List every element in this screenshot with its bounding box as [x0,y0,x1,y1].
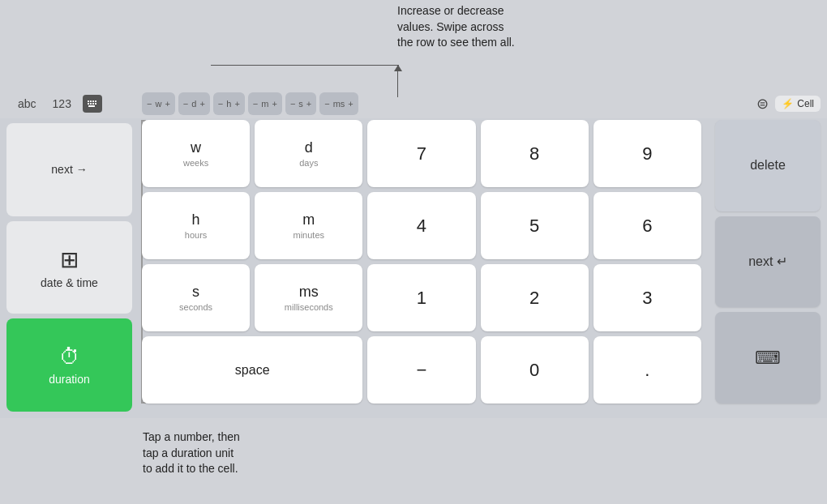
duration-label: duration [49,373,90,386]
svg-rect-4 [95,100,96,102]
unit-ctrl-d-minus[interactable]: − [183,99,188,109]
svg-rect-3 [92,100,94,102]
delete-key[interactable]: delete [715,120,821,211]
unit-ctrl-m[interactable]: − m + [248,92,282,115]
key-s[interactable]: s seconds [142,264,250,331]
unit-ctrl-ms-plus[interactable]: + [348,99,353,109]
key-8[interactable]: 8 [481,120,589,187]
key-6[interactable]: 6 [593,192,701,259]
svg-rect-8 [95,103,96,105]
unit-ctrl-ms[interactable]: − ms + [319,92,358,115]
unit-ctrl-ms-minus[interactable]: − [324,99,329,109]
datetime-icon: ⊞ [60,246,79,273]
key-1[interactable]: 1 [367,264,475,331]
unit-ctrl-h[interactable]: − h + [213,92,245,115]
unit-ctrl-s-plus[interactable]: + [306,99,311,109]
unit-ctrl-m-plus[interactable]: + [272,99,276,109]
key-4[interactable]: 4 [367,192,475,259]
next-label: next → [51,163,87,176]
unit-ctrl-w-minus[interactable]: − [147,99,152,109]
unit-ctrl-d[interactable]: − d + [178,92,210,115]
svg-rect-9 [88,105,95,107]
svg-rect-7 [92,103,94,105]
key-w[interactable]: w weeks [142,120,250,187]
unit-ctrl-d-label: d [191,99,196,109]
unit-ctrl-ms-label: ms [333,99,345,109]
circle-icon-button[interactable]: ⊜ [756,95,769,113]
lightning-icon: ⚡ [782,98,794,109]
right-controls-bar: ⊜ ⚡ Cell [756,89,821,118]
keyboard-hide-key[interactable]: ⌨ [715,312,821,404]
unit-controls-bar: − w + − d + − h + − m + − s + − ms + [142,89,701,118]
tooltip-top-text: Increase or decrease values. Swipe acros… [397,4,515,49]
next-return-key[interactable]: next ↵ [715,216,821,308]
next-button[interactable]: next → [6,123,132,216]
svg-rect-5 [88,103,89,105]
key-space[interactable]: space [142,336,362,404]
key-7[interactable]: 7 [367,120,475,187]
unit-ctrl-s-minus[interactable]: − [290,99,295,109]
abc-mode-button[interactable]: abc [13,94,41,113]
keyboard-icon: ⌨ [755,348,781,369]
num-mode-button[interactable]: 123 [48,94,76,113]
unit-ctrl-m-minus[interactable]: − [253,99,258,109]
key-9[interactable]: 9 [593,120,701,187]
key-3[interactable]: 3 [593,264,701,331]
unit-ctrl-d-plus[interactable]: + [199,99,204,109]
tooltip-bottom: Tap a number, then tap a duration unit t… [143,429,313,477]
mode-bar: abc 123 [6,89,136,118]
cell-button[interactable]: ⚡ Cell [775,96,821,112]
unit-ctrl-w-label: w [155,99,161,109]
key-m[interactable]: m minutes [255,192,362,259]
unit-ctrl-w-plus[interactable]: + [165,99,169,109]
svg-rect-1 [88,100,89,102]
unit-ctrl-m-label: m [261,99,268,109]
tooltip-bottom-text: Tap a number, then tap a duration unit t… [143,430,240,475]
unit-ctrl-h-label: h [226,99,231,109]
duration-button[interactable]: ⏱ duration [6,318,132,412]
key-dot[interactable]: . [593,336,701,404]
action-keys: delete next ↵ ⌨ [715,120,821,404]
key-2[interactable]: 2 [481,264,589,331]
keyboard-mode-icon[interactable] [83,95,102,113]
key-minus[interactable]: − [367,336,475,404]
sidebar: next → ⊞ date & time ⏱ duration [6,123,132,412]
unit-ctrl-w[interactable]: − w + [142,92,175,115]
key-d[interactable]: d days [255,120,362,187]
duration-icon: ⏱ [59,344,80,369]
datetime-button[interactable]: ⊞ date & time [6,221,132,314]
unit-ctrl-s[interactable]: − s + [285,92,316,115]
key-5[interactable]: 5 [481,192,589,259]
tooltip-top: Increase or decrease values. Swipe acros… [397,3,657,51]
keyboard-main: w weeks d days 7 8 9 h hours m minutes 4… [142,120,701,404]
key-h[interactable]: h hours [142,192,250,259]
svg-rect-2 [90,100,92,102]
unit-ctrl-h-plus[interactable]: + [234,99,239,109]
unit-ctrl-h-minus[interactable]: − [218,99,223,109]
svg-rect-6 [90,103,92,105]
key-ms[interactable]: ms milliseconds [255,264,362,331]
datetime-label: date & time [41,276,98,289]
cell-label: Cell [797,98,814,109]
key-0[interactable]: 0 [481,336,589,404]
unit-ctrl-s-label: s [298,99,303,109]
arrow-horizontal [211,65,399,66]
